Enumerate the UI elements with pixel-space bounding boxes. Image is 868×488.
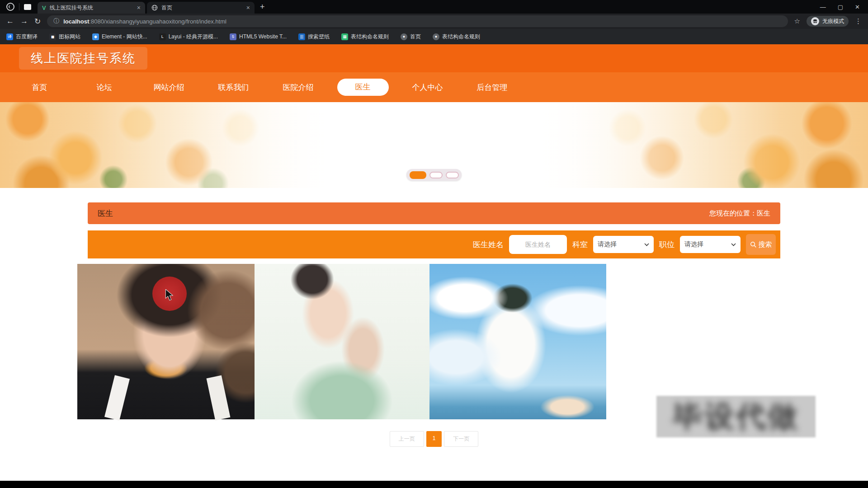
url-field[interactable]: ⓘ localhost:8080/xianshangyiyuanguahaoxi… <box>47 15 788 27</box>
doctor-photo-3[interactable] <box>429 264 606 419</box>
forward-button[interactable]: → <box>20 17 28 26</box>
incognito-label: 无痕模式 <box>822 18 844 25</box>
nav-item-site-intro[interactable]: 网站介绍 <box>137 82 201 93</box>
search-button[interactable]: 搜索 <box>746 234 776 255</box>
globe-icon: ● <box>401 33 407 40</box>
site-header: 线上医院挂号系统 <box>0 44 868 72</box>
department-select[interactable]: 请选择 <box>593 236 654 253</box>
cursor-click-highlight <box>152 277 187 311</box>
bookmark-icon: ◼ <box>49 33 56 40</box>
search-icon <box>750 241 757 248</box>
doctor-name-input[interactable] <box>509 235 567 254</box>
divider <box>19 3 19 10</box>
site-info-icon[interactable]: ⓘ <box>53 17 59 25</box>
close-icon[interactable]: × <box>246 4 250 11</box>
carousel-dot-1-active[interactable] <box>410 171 426 179</box>
nav-item-contact[interactable]: 联系我们 <box>201 82 266 93</box>
department-label: 科室 <box>572 239 588 250</box>
doctor-photo-2[interactable] <box>255 264 429 419</box>
bookmark-item[interactable]: ●表结构命名规则 <box>433 33 480 41</box>
nav-item-doctor-active[interactable]: 医生 <box>330 79 395 96</box>
current-page-indicator[interactable]: 1 <box>426 431 442 447</box>
bookmarks-bar: 译百度翻译 ◼图标网站 ◆Element - 网站快... LLayui - 经… <box>0 29 868 44</box>
nav-item-hospital-intro[interactable]: 医院介绍 <box>266 82 330 93</box>
carousel-dot-2[interactable] <box>429 172 443 178</box>
bookmark-item[interactable]: |||搜索壁纸 <box>298 33 330 41</box>
wallpaper-icon: ||| <box>298 33 305 40</box>
bookmark-item[interactable]: ▦表结构命名规则 <box>341 33 389 41</box>
browser-tab-1[interactable]: V 线上医院挂号系统 × <box>38 2 145 14</box>
site-title: 线上医院挂号系统 <box>31 52 136 65</box>
nav-item-forum[interactable]: 论坛 <box>72 82 137 93</box>
mouse-cursor-icon <box>165 289 175 301</box>
carousel-dot-3[interactable] <box>446 172 459 178</box>
carousel-indicator <box>406 169 462 181</box>
letterbox-bar <box>0 481 868 488</box>
incognito-badge: 无痕模式 <box>807 16 849 27</box>
doctor-search-bar: 医生姓名 科室 请选择 职位 请选择 搜索 <box>88 230 780 258</box>
browser-menu-icon[interactable]: ⋮ <box>855 17 862 25</box>
doc-icon: ▦ <box>341 33 348 40</box>
job-title-label: 职位 <box>659 239 675 250</box>
tab-title: 线上医院挂号系统 <box>50 4 133 12</box>
prev-page-button[interactable]: 上一页 <box>390 431 424 447</box>
browser-tab-strip: V 线上医院挂号系统 × 首页 × + — ▢ ✕ <box>0 0 868 14</box>
nav-item-personal-center[interactable]: 个人中心 <box>395 82 460 93</box>
tab-title: 首页 <box>161 4 243 12</box>
banner-carousel <box>0 102 868 188</box>
main-nav: 首页 论坛 网站介绍 联系我们 医院介绍 医生 个人中心 后台管理 <box>0 72 868 102</box>
globe-icon <box>151 5 158 11</box>
reload-button[interactable]: ↻ <box>34 17 41 26</box>
site-logo-box: 线上医院挂号系统 <box>19 47 147 70</box>
chevron-down-icon <box>644 241 649 248</box>
maximize-button[interactable]: ▢ <box>838 4 843 10</box>
page-title: 医生 <box>98 208 113 219</box>
bookmark-item[interactable]: ◼图标网站 <box>49 33 80 41</box>
blurred-watermark: 毕设代做 <box>656 396 816 437</box>
minimize-button[interactable]: — <box>820 4 826 10</box>
url-path: :8080/xianshangyiyuanguahaoxitong/front/… <box>89 18 226 25</box>
nav-item-admin[interactable]: 后台管理 <box>460 82 524 93</box>
browser-logo-icon <box>6 3 14 11</box>
bookmark-item[interactable]: 5HTML5 Website T... <box>230 33 287 40</box>
pinned-tab-icon[interactable] <box>24 4 31 10</box>
bookmark-star-icon[interactable]: ☆ <box>794 17 800 25</box>
new-tab-button[interactable]: + <box>260 2 265 12</box>
translate-icon: 译 <box>6 33 13 40</box>
url-text: localhost:8080/xianshangyiyuanguahaoxito… <box>63 18 226 25</box>
html5-icon: 5 <box>230 33 236 40</box>
bookmark-item[interactable]: 译百度翻译 <box>6 33 38 41</box>
screenshot-root: V 线上医院挂号系统 × 首页 × + — ▢ ✕ ← → ↻ ⓘ localh… <box>0 0 868 488</box>
url-host: localhost <box>63 18 89 25</box>
globe-icon: ● <box>433 33 439 40</box>
vue-v-icon: V <box>42 5 46 11</box>
bookmark-item[interactable]: ●首页 <box>401 33 421 41</box>
element-icon: ◆ <box>92 33 99 40</box>
breadcrumb-bar: 医生 您现在的位置：医生 <box>88 202 780 224</box>
close-icon[interactable]: × <box>137 4 141 11</box>
next-page-button[interactable]: 下一页 <box>444 431 478 447</box>
bookmark-item[interactable]: LLayui - 经典开源模... <box>159 33 218 41</box>
breadcrumb: 您现在的位置：医生 <box>709 209 770 218</box>
nav-item-home[interactable]: 首页 <box>7 82 72 93</box>
browser-address-bar: ← → ↻ ⓘ localhost:8080/xianshangyiyuangu… <box>0 14 868 29</box>
back-button[interactable]: ← <box>6 17 14 26</box>
doctor-name-label: 医生姓名 <box>473 239 504 250</box>
bookmark-item[interactable]: ◆Element - 网站快... <box>92 33 147 41</box>
layui-icon: L <box>159 33 166 40</box>
chevron-down-icon <box>731 241 736 248</box>
incognito-icon <box>811 17 819 25</box>
job-title-select[interactable]: 请选择 <box>680 236 741 253</box>
close-window-button[interactable]: ✕ <box>855 4 860 10</box>
browser-tab-2[interactable]: 首页 × <box>147 2 255 14</box>
